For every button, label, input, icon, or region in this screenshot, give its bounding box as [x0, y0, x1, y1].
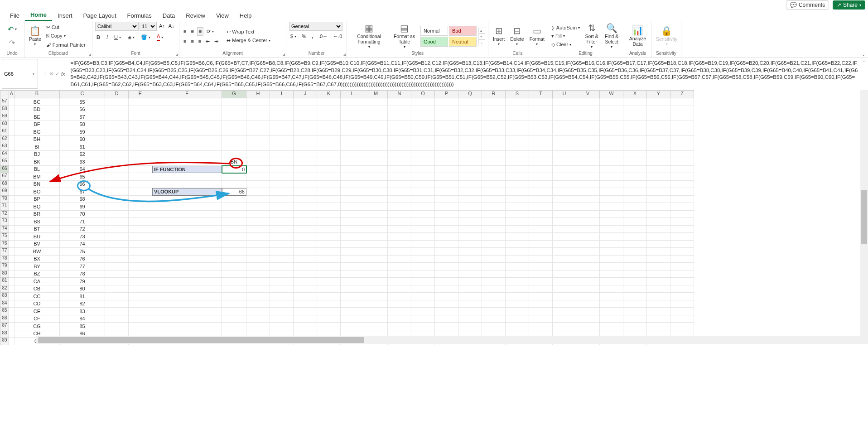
cell-A89[interactable] — [9, 338, 14, 345]
conditional-formatting-button[interactable]: ▦ Conditional Formatting▾ — [350, 22, 388, 50]
cell-E68[interactable] — [129, 181, 152, 188]
cell-S63[interactable] — [506, 143, 529, 151]
cell-U86[interactable] — [553, 315, 576, 323]
cell-R81[interactable] — [482, 278, 506, 285]
cell-A71[interactable] — [9, 203, 14, 211]
cell-U63[interactable] — [553, 143, 576, 151]
cell-B68[interactable]: BN — [14, 181, 60, 188]
cell-F67[interactable] — [152, 173, 222, 181]
copy-button[interactable]: ⎘Copy▾ — [45, 32, 87, 40]
cell-D65[interactable] — [105, 158, 129, 166]
cell-V60[interactable] — [576, 121, 600, 129]
row-header-66[interactable]: 66 — [0, 166, 9, 174]
cell-R82[interactable] — [482, 285, 506, 293]
format-as-table-button[interactable]: ▤ Format as Table▾ — [390, 22, 419, 50]
row-header-65[interactable]: 65 — [0, 158, 9, 166]
cell-Z87[interactable] — [670, 323, 694, 330]
cell-D86[interactable] — [105, 315, 129, 323]
cell-U74[interactable] — [553, 226, 576, 233]
cell-W67[interactable] — [600, 173, 623, 181]
cell-K73[interactable] — [317, 218, 341, 226]
cell-Z86[interactable] — [670, 315, 694, 323]
cell-G80[interactable] — [222, 270, 246, 278]
style-neutral[interactable]: Neutral — [449, 37, 477, 47]
cell-Q72[interactable] — [458, 211, 482, 218]
cell-Q66[interactable] — [458, 166, 482, 174]
cell-D68[interactable] — [105, 181, 129, 188]
cell-D84[interactable] — [105, 300, 129, 308]
cell-Z73[interactable] — [670, 218, 694, 226]
cell-C81[interactable]: 79 — [60, 278, 105, 285]
cell-P87[interactable] — [435, 323, 458, 330]
align-left-button[interactable]: ≡ — [182, 38, 188, 45]
cell-Z67[interactable] — [670, 173, 694, 181]
cell-T60[interactable] — [529, 121, 553, 129]
cell-S62[interactable] — [506, 136, 529, 144]
cell-R86[interactable] — [482, 315, 506, 323]
row-header-86[interactable]: 86 — [0, 315, 9, 323]
cell-D70[interactable] — [105, 196, 129, 203]
cell-U67[interactable] — [553, 173, 576, 181]
cell-E69[interactable] — [129, 188, 152, 196]
cell-V85[interactable] — [576, 308, 600, 315]
cell-J75[interactable] — [294, 233, 317, 241]
cell-W87[interactable] — [600, 323, 623, 330]
cell-U60[interactable] — [553, 121, 576, 129]
cell-Q80[interactable] — [458, 270, 482, 278]
row-header-83[interactable]: 83 — [0, 293, 9, 300]
sort-filter-button[interactable]: ⇅Sort & Filter▾ — [583, 22, 600, 50]
cell-X61[interactable] — [623, 128, 647, 136]
clear-button[interactable]: ◇Clear▾ — [550, 41, 581, 48]
cell-U72[interactable] — [553, 211, 576, 218]
cell-I78[interactable] — [270, 256, 294, 263]
cell-B79[interactable]: BY — [14, 263, 60, 270]
cell-D58[interactable] — [105, 106, 129, 114]
cell-L60[interactable] — [341, 121, 364, 129]
cell-A80[interactable] — [9, 270, 14, 278]
cell-A88[interactable] — [9, 330, 14, 338]
cell-T87[interactable] — [529, 323, 553, 330]
cell-G68[interactable] — [222, 181, 246, 188]
cell-P72[interactable] — [435, 211, 458, 218]
cell-H77[interactable] — [246, 248, 270, 256]
cell-M71[interactable] — [364, 203, 388, 211]
cell-H85[interactable] — [246, 308, 270, 315]
col-header-I[interactable]: I — [270, 90, 294, 98]
cell-F58[interactable] — [152, 106, 222, 114]
cell-W63[interactable] — [600, 143, 623, 151]
cell-O68[interactable] — [411, 181, 435, 188]
ribbon-collapse-button[interactable]: ⌄ — [862, 52, 865, 57]
styles-down-button[interactable]: ▾ — [478, 34, 485, 39]
cell-L75[interactable] — [341, 233, 364, 241]
cell-O61[interactable] — [411, 128, 435, 136]
cell-Y87[interactable] — [647, 323, 670, 330]
cell-P73[interactable] — [435, 218, 458, 226]
cell-E66[interactable] — [129, 166, 152, 174]
cell-Y68[interactable] — [647, 181, 670, 188]
row-header-79[interactable]: 79 — [0, 263, 9, 270]
accounting-format-button[interactable]: $▾ — [289, 33, 298, 40]
cell-S77[interactable] — [506, 248, 529, 256]
cell-Y78[interactable] — [647, 256, 670, 263]
cell-H73[interactable] — [246, 218, 270, 226]
formula-expand-button[interactable]: ⌃ — [861, 58, 868, 90]
cell-F74[interactable] — [152, 226, 222, 233]
cell-J60[interactable] — [294, 121, 317, 129]
cell-N77[interactable] — [388, 248, 411, 256]
row-header-69[interactable]: 69 — [0, 188, 9, 196]
cell-N62[interactable] — [388, 136, 411, 144]
cell-L71[interactable] — [341, 203, 364, 211]
cell-O83[interactable] — [411, 293, 435, 300]
cell-O73[interactable] — [411, 218, 435, 226]
col-header-L[interactable]: L — [341, 90, 364, 98]
cell-I72[interactable] — [270, 211, 294, 218]
cell-A58[interactable] — [9, 106, 14, 114]
cell-N67[interactable] — [388, 173, 411, 181]
cell-U59[interactable] — [553, 113, 576, 121]
cell-U84[interactable] — [553, 300, 576, 308]
cell-Y66[interactable] — [647, 166, 670, 174]
cell-W66[interactable] — [600, 166, 623, 174]
tab-insert[interactable]: Insert — [52, 10, 78, 21]
paste-button[interactable]: 📋 Paste ▾ — [27, 25, 43, 48]
cell-X64[interactable] — [623, 151, 647, 159]
